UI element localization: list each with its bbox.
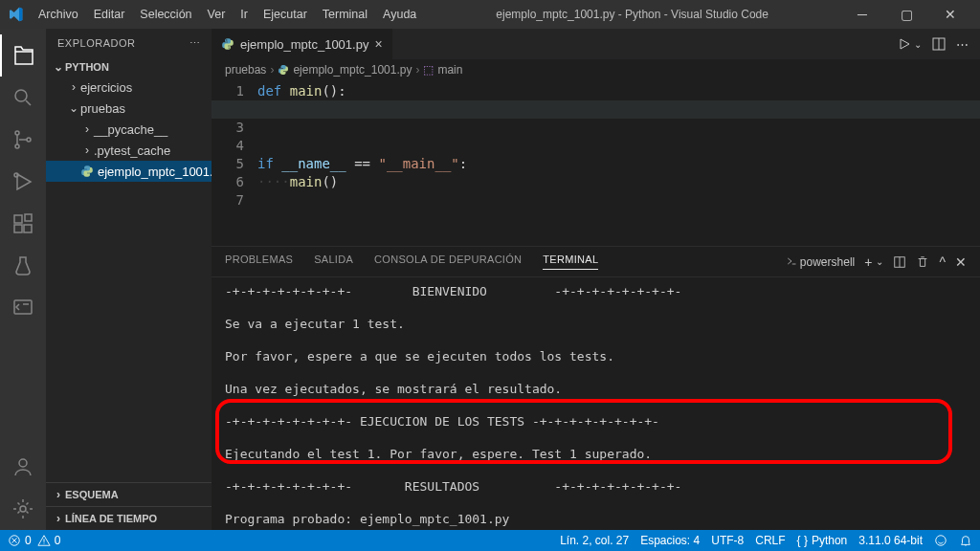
menu-item[interactable]: Ayuda — [375, 8, 424, 21]
run-dropdown-icon[interactable]: ⌄ — [914, 39, 922, 50]
remote-icon[interactable] — [0, 287, 46, 329]
run-icon[interactable] — [897, 36, 912, 52]
panel-tab[interactable]: TERMINAL — [543, 253, 598, 270]
file-row[interactable]: ejemplo_mptc_1001.py — [46, 161, 212, 182]
panel-tab-holder: PROBLEMASSALIDACONSOLA DE DEPURACIÓNTERM… — [225, 253, 619, 270]
folder-row[interactable]: ›__pycache__ — [46, 119, 212, 140]
sidebar: EXPLORADOR ⋯ ⌄PYTHON ›ejercicios⌄pruebas… — [46, 29, 212, 530]
terminal[interactable]: -+-+-+-+-+-+-+-+- BIENVENIDO -+-+-+-+-+-… — [212, 277, 980, 530]
svg-point-0 — [15, 90, 27, 101]
svg-rect-7 — [24, 225, 32, 232]
folder-row[interactable]: ⌄pruebas — [46, 98, 212, 119]
terminal-content: -+-+-+-+-+-+-+-+- BIENVENIDO -+-+-+-+-+-… — [225, 283, 967, 530]
panel-tab[interactable]: CONSOLA DE DEPURACIÓN — [374, 253, 522, 270]
source-control-icon[interactable] — [0, 119, 46, 161]
svg-point-4 — [14, 173, 18, 177]
extensions-icon[interactable] — [0, 203, 46, 245]
search-icon[interactable] — [0, 77, 46, 119]
panel-maximize-icon[interactable]: ^ — [939, 254, 946, 270]
terminal-split-dropdown-icon[interactable]: ⌄ — [876, 256, 883, 267]
panel: PROBLEMASSALIDACONSOLA DE DEPURACIÓNTERM… — [212, 246, 980, 530]
close-button[interactable]: ✕ — [928, 0, 972, 29]
menu-bar: ArchivoEditarSelecciónVerIrEjecutarTermi… — [31, 8, 424, 21]
activity-bar — [0, 29, 46, 530]
file-tree: ›ejercicios⌄pruebas›__pycache__›.pytest_… — [46, 77, 212, 187]
status-bar: 0 0 Lín. 2, col. 27 Espacios: 4 UTF-8 CR… — [0, 530, 980, 551]
kill-terminal-icon[interactable] — [916, 255, 929, 269]
breadcrumb[interactable]: pruebas › ejemplo_mptc_1001.py › ⬚ main — [212, 59, 980, 80]
outline-section[interactable]: ›ESQUEMA — [46, 482, 212, 506]
maximize-button[interactable]: ▢ — [884, 0, 928, 29]
python-file-icon — [221, 37, 234, 51]
titlebar: ArchivoEditarSelecciónVerIrEjecutarTermi… — [0, 0, 980, 29]
status-notifications-icon[interactable] — [959, 534, 972, 547]
status-spaces[interactable]: Espacios: 4 — [640, 534, 700, 547]
symbol-icon: ⬚ — [423, 63, 434, 77]
new-terminal-icon[interactable]: + — [864, 254, 872, 270]
run-debug-icon[interactable] — [0, 161, 46, 203]
shell-selector[interactable]: powershell — [786, 255, 856, 269]
python-file-icon — [278, 64, 289, 76]
editor[interactable]: 1234567 def main():····print("¡Hola, mun… — [212, 80, 980, 246]
status-language[interactable]: { } Python — [797, 534, 848, 547]
panel-tab[interactable]: PROBLEMAS — [225, 253, 293, 270]
split-editor-icon[interactable] — [931, 36, 947, 52]
vscode-logo — [8, 7, 23, 22]
svg-point-3 — [27, 138, 31, 142]
svg-rect-8 — [25, 214, 32, 221]
tab-filename: ejemplo_mptc_1001.py — [240, 37, 368, 52]
status-feedback-icon[interactable] — [934, 534, 947, 547]
menu-item[interactable]: Ir — [233, 8, 256, 21]
timeline-section[interactable]: ›LÍNEA DE TIEMPO — [46, 506, 212, 530]
minimize-button[interactable]: ─ — [840, 0, 884, 29]
workspace-root[interactable]: ⌄PYTHON — [46, 57, 212, 77]
menu-item[interactable]: Ejecutar — [256, 8, 315, 21]
status-warnings[interactable]: 0 — [37, 534, 61, 547]
tab-bar: ejemplo_mptc_1001.py × ⌄ ⋯ — [212, 29, 980, 59]
split-terminal-icon[interactable] — [893, 255, 906, 269]
explorer-icon[interactable] — [0, 34, 46, 77]
svg-rect-6 — [14, 225, 22, 232]
settings-icon[interactable] — [0, 488, 46, 530]
svg-point-11 — [20, 506, 26, 512]
svg-point-1 — [15, 131, 19, 135]
svg-point-2 — [15, 144, 19, 148]
status-interpreter[interactable]: 3.11.0 64-bit — [858, 534, 923, 547]
panel-close-icon[interactable]: ✕ — [955, 254, 967, 270]
svg-rect-5 — [14, 215, 22, 223]
testing-icon[interactable] — [0, 245, 46, 287]
menu-item[interactable]: Selección — [132, 8, 199, 21]
accounts-icon[interactable] — [0, 446, 46, 488]
status-errors[interactable]: 0 — [8, 534, 32, 547]
editor-area: ejemplo_mptc_1001.py × ⌄ ⋯ pruebas › eje… — [212, 29, 980, 530]
sidebar-title: EXPLORADOR ⋯ — [46, 29, 212, 57]
status-encoding[interactable]: UTF-8 — [711, 534, 744, 547]
panel-tab[interactable]: SALIDA — [314, 253, 353, 270]
menu-item[interactable]: Editar — [86, 8, 133, 21]
menu-item[interactable]: Archivo — [31, 8, 86, 21]
svg-point-15 — [936, 536, 947, 546]
tab-close-icon[interactable]: × — [374, 36, 382, 52]
menu-item[interactable]: Terminal — [315, 8, 375, 21]
status-eol[interactable]: CRLF — [755, 534, 785, 547]
menu-item[interactable]: Ver — [200, 8, 234, 21]
status-ln-col[interactable]: Lín. 2, col. 27 — [560, 534, 629, 547]
folder-row[interactable]: ›.pytest_cache — [46, 140, 212, 161]
folder-row[interactable]: ›ejercicios — [46, 77, 212, 98]
panel-tabs: PROBLEMASSALIDACONSOLA DE DEPURACIÓNTERM… — [212, 247, 980, 277]
window-title: ejemplo_mptc_1001.py - Python - Visual S… — [424, 8, 840, 21]
editor-more-icon[interactable]: ⋯ — [956, 37, 969, 52]
window-controls: ─ ▢ ✕ — [840, 0, 972, 29]
svg-point-10 — [19, 459, 27, 467]
more-icon[interactable]: ⋯ — [189, 37, 201, 50]
editor-tab[interactable]: ejemplo_mptc_1001.py × — [212, 29, 393, 59]
